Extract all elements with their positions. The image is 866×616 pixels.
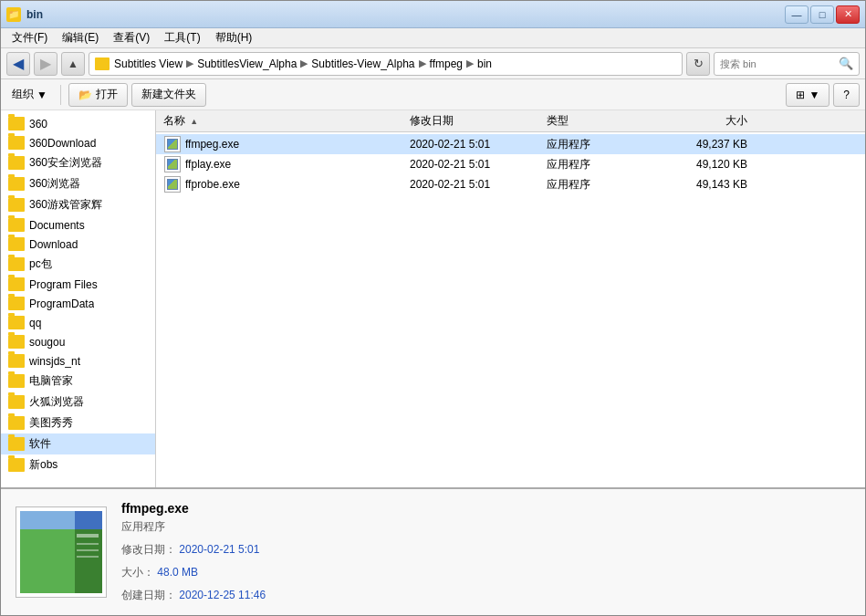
breadcrumb-bin[interactable]: bin: [477, 57, 492, 70]
breadcrumb-bar[interactable]: Subtitles View ▶ SubtitlesView_Alpha ▶ S…: [89, 52, 683, 76]
col-header-size[interactable]: 大小: [665, 113, 756, 129]
col-header-name[interactable]: 名称 ▲: [163, 113, 410, 129]
folder-icon: [8, 177, 25, 191]
title-bar: 📁 bin — □ ✕: [1, 1, 865, 28]
breadcrumb-alpha[interactable]: SubtitlesView_Alpha: [197, 57, 297, 70]
col-header-type[interactable]: 类型: [547, 113, 665, 129]
breadcrumb-sep-2: ▶: [300, 57, 308, 69]
preview-thumb-svg: [20, 511, 102, 593]
refresh-button[interactable]: ↻: [686, 52, 710, 76]
file-row-ffplay[interactable]: ffplay.exe 2020-02-21 5:01 应用程序 49,120 K…: [156, 154, 865, 174]
sidebar-item-winsjds[interactable]: winsjds_nt: [1, 351, 155, 371]
folder-label: Download: [29, 238, 78, 251]
exe-icon: [164, 136, 181, 152]
minimize-button[interactable]: —: [785, 5, 809, 24]
search-box[interactable]: 🔍: [714, 52, 860, 76]
forward-button[interactable]: ▶: [34, 52, 57, 76]
sidebar-item-360[interactable]: 360: [1, 114, 155, 133]
open-folder-icon: 📂: [78, 89, 92, 101]
preview-info: ffmpeg.exe 应用程序 修改日期： 2020-02-21 5:01 大小…: [121, 501, 266, 603]
menu-help[interactable]: 帮助(H): [208, 28, 260, 47]
file-row-ffmpeg[interactable]: ffmpeg.exe 2020-02-21 5:01 应用程序 49,237 K…: [156, 134, 865, 154]
views-button[interactable]: ⊞ ▼: [786, 83, 829, 107]
right-panel: 名称 ▲ 修改日期 类型 大小 ffmpeg.exe 2020-02-21 5:…: [156, 110, 865, 487]
folder-label: qq: [29, 317, 41, 329]
preview-modify-date: 修改日期： 2020-02-21 5:01: [121, 542, 266, 558]
col-header-date[interactable]: 修改日期: [410, 113, 547, 129]
folder-icon: [8, 136, 25, 150]
menu-edit[interactable]: 编辑(E): [55, 28, 106, 47]
sidebar-item-sougou[interactable]: sougou: [1, 332, 155, 351]
maximize-button[interactable]: □: [810, 5, 834, 24]
sidebar-item-360games[interactable]: 360游戏管家辉: [1, 194, 155, 215]
preview-created: 创建日期： 2020-12-25 11:46: [121, 588, 266, 603]
file-icon: [163, 156, 182, 172]
folder-icon: [8, 237, 25, 251]
left-panel: 360 360Download 360安全浏览器 360浏览器 360游戏管家辉…: [1, 110, 156, 487]
new-folder-button[interactable]: 新建文件夹: [131, 83, 206, 107]
help-button[interactable]: ?: [833, 83, 860, 107]
folder-label: 电脑管家: [29, 373, 73, 389]
folder-icon: [8, 416, 25, 430]
menu-bar: 文件(F) 编辑(E) 查看(V) 工具(T) 帮助(H): [1, 28, 865, 48]
folder-icon: [8, 297, 25, 310]
title-bar-left: 📁 bin: [6, 7, 43, 22]
size-value: 48.0 MB: [157, 566, 198, 579]
folder-icon: [8, 354, 25, 368]
svg-rect-3: [75, 511, 102, 529]
sidebar-item-360download[interactable]: 360Download: [1, 133, 155, 152]
sidebar-item-documents[interactable]: Documents: [1, 215, 155, 235]
sidebar-item-programdata[interactable]: ProgramData: [1, 294, 155, 313]
exe-icon: [164, 156, 181, 172]
folder-icon: [8, 277, 25, 291]
sidebar-item-pc[interactable]: pc包: [1, 254, 155, 275]
search-input[interactable]: [720, 58, 835, 69]
views-icon: ⊞: [796, 89, 805, 101]
modify-label: 修改日期：: [121, 543, 176, 556]
up-button[interactable]: ▲: [61, 52, 85, 76]
breadcrumb-alpha2[interactable]: Subtitles-View_Alpha: [311, 57, 414, 70]
folder-label: Documents: [29, 219, 85, 232]
column-headers: 名称 ▲ 修改日期 类型 大小: [156, 110, 865, 132]
toolbar: 组织 ▼ 📂 打开 新建文件夹 ⊞ ▼ ?: [1, 79, 865, 110]
window-icon: 📁: [6, 7, 21, 22]
sidebar-item-360browser-safe[interactable]: 360安全浏览器: [1, 152, 155, 173]
close-button[interactable]: ✕: [836, 5, 860, 24]
folder-icon: [8, 218, 25, 232]
folder-label: Program Files: [29, 278, 98, 291]
file-row-ffprobe[interactable]: ffprobe.exe 2020-02-21 5:01 应用程序 49,143 …: [156, 174, 865, 194]
menu-file[interactable]: 文件(F): [5, 28, 55, 47]
exe-icon: [164, 176, 181, 193]
sidebar-item-qq[interactable]: qq: [1, 313, 155, 332]
folder-label: pc包: [29, 256, 52, 272]
file-icon: [163, 136, 182, 152]
sidebar-item-360browser[interactable]: 360浏览器: [1, 173, 155, 194]
svg-rect-8: [77, 556, 99, 558]
back-button[interactable]: ◀: [6, 52, 30, 76]
folder-icon: [8, 458, 25, 472]
sidebar-item-firefox[interactable]: 火狐浏览器: [1, 392, 155, 412]
sidebar-item-pcmanager[interactable]: 电脑管家: [1, 371, 155, 392]
breadcrumb-sep-3: ▶: [419, 57, 426, 69]
open-button[interactable]: 📂 打开: [68, 83, 128, 107]
breadcrumb-subtitles-view[interactable]: Subtitles View: [114, 57, 183, 70]
title-bar-controls: — □ ✕: [785, 5, 860, 24]
search-icon[interactable]: 🔍: [839, 57, 853, 70]
file-name: ffprobe.exe: [185, 178, 410, 191]
sidebar-item-newobs[interactable]: 新obs: [1, 454, 155, 475]
sidebar-item-programfiles[interactable]: Program Files: [1, 275, 155, 294]
file-type: 应用程序: [547, 137, 665, 152]
folder-icon: [8, 374, 25, 388]
sidebar-item-meitu[interactable]: 美图秀秀: [1, 412, 155, 433]
menu-tools[interactable]: 工具(T): [157, 28, 207, 47]
main-area: 360 360Download 360安全浏览器 360浏览器 360游戏管家辉…: [1, 110, 865, 487]
file-date: 2020-02-21 5:01: [410, 138, 547, 151]
file-date: 2020-02-21 5:01: [410, 158, 547, 171]
menu-view[interactable]: 查看(V): [106, 28, 157, 47]
file-size: 49,120 KB: [665, 158, 756, 171]
breadcrumb-ffmpeg[interactable]: ffmpeg: [430, 57, 463, 70]
sidebar-item-ruanjian[interactable]: 软件: [1, 433, 155, 454]
folder-label: 新obs: [29, 457, 57, 473]
organize-button[interactable]: 组织 ▼: [6, 83, 53, 107]
sidebar-item-download[interactable]: Download: [1, 235, 155, 254]
